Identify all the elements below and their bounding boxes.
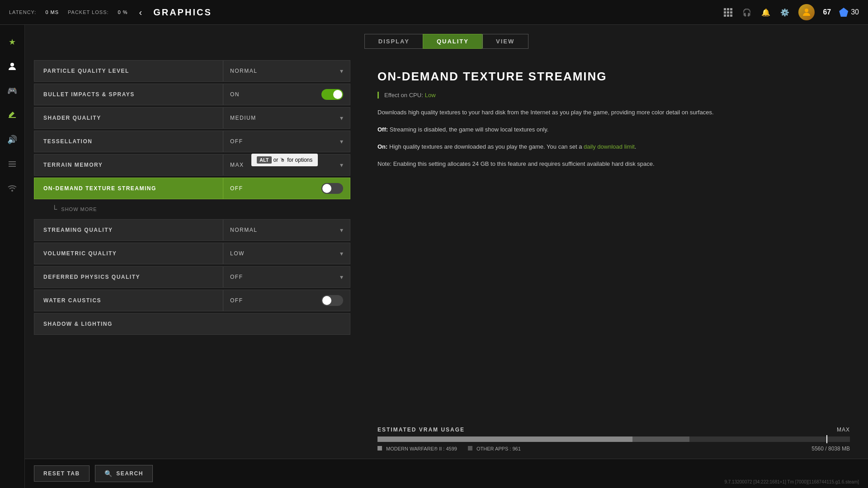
setting-value-text: OFF: [230, 297, 243, 304]
vram-mw-legend: MODERN WARFARE® II : 4599: [377, 446, 457, 451]
vram-other-label: OTHER APPS :: [476, 446, 511, 451]
setting-label: SHADER QUALITY: [34, 115, 223, 121]
search-button[interactable]: 🔍 SEARCH: [95, 465, 153, 482]
notification-icon[interactable]: 🔔: [760, 7, 771, 18]
setting-particle-quality[interactable]: PARTICLE QUALITY LEVEL NORMAL ▾: [34, 60, 350, 82]
vram-bar-mw: [377, 436, 632, 442]
back-button[interactable]: ‹: [137, 5, 145, 20]
settings-icon[interactable]: ⚙️: [779, 7, 790, 18]
setting-on-demand-texture[interactable]: ON-DEMAND TEXTURE STREAMING OFF: [34, 178, 350, 199]
sidebar-icon-star[interactable]: ★: [4, 34, 20, 50]
setting-label: TERRAIN MEMORY: [34, 162, 223, 168]
show-more-row[interactable]: └ SHOW MORE: [34, 201, 350, 217]
setting-label: DEFERRED PHYSICS QUALITY: [34, 274, 223, 280]
dropdown-arrow: ▾: [340, 250, 343, 257]
tooltip-alt-key: ALT: [257, 156, 272, 164]
grid-menu-icon[interactable]: [722, 7, 733, 18]
dropdown-arrow: ▾: [340, 67, 343, 75]
setting-value: LOW ▾: [223, 250, 350, 257]
svg-point-6: [11, 190, 13, 192]
setting-shader-quality[interactable]: SHADER QUALITY MEDIUM ▾: [34, 107, 350, 129]
vram-section: ESTIMATED VRAM USAGE MAX MODERN WARFARE®…: [377, 427, 850, 452]
setting-tessellation[interactable]: TESSELLATION OFF ▾: [34, 131, 350, 152]
info-panel: ON-DEMAND TEXTURE STREAMING Effect on CP…: [359, 56, 868, 488]
reset-tab-label: RESET TAB: [43, 470, 80, 477]
sidebar-icon-controller[interactable]: 🎮: [4, 83, 20, 99]
vram-bar-container: [377, 436, 850, 442]
tab-quality[interactable]: QUALITY: [423, 34, 483, 49]
setting-value: OFF ▾: [223, 273, 350, 281]
setting-label: TESSELLATION: [34, 138, 223, 145]
packet-loss-label: PACKET LOSS:: [68, 9, 108, 15]
tab-display[interactable]: DISPLAY: [364, 34, 424, 49]
reset-tab-button[interactable]: RESET TAB: [34, 465, 90, 482]
setting-value-text: OFF: [230, 185, 243, 192]
vram-usage-text: 5560 / 8038 MB: [811, 446, 850, 452]
tooltip-suffix: for options: [287, 157, 312, 163]
tab-nav: DISPLAY QUALITY VIEW: [25, 25, 868, 56]
sidebar-icon-list[interactable]: [4, 156, 20, 172]
setting-label: PARTICLE QUALITY LEVEL: [34, 68, 223, 74]
vram-header: ESTIMATED VRAM USAGE MAX: [377, 427, 850, 433]
tab-view[interactable]: VIEW: [482, 34, 528, 49]
setting-shadow-lighting[interactable]: SHADOW & LIGHTING: [34, 313, 350, 335]
setting-value-text: OFF: [230, 274, 243, 280]
info-desc-3-prefix: On:: [377, 143, 387, 150]
vram-mw-value: 4599: [446, 446, 457, 451]
cp-icon: [839, 8, 848, 17]
info-desc-3-link[interactable]: daily download limit: [584, 143, 635, 150]
toggle-knob: [322, 184, 331, 193]
avatar[interactable]: [798, 4, 815, 20]
toggle-water-caustics[interactable]: [321, 295, 343, 306]
toggle-on-demand[interactable]: [321, 183, 343, 194]
setting-value-text: MAX: [230, 162, 244, 168]
setting-deferred-physics[interactable]: DEFERRED PHYSICS QUALITY OFF ▾: [34, 266, 350, 288]
toggle-knob: [322, 296, 331, 305]
info-desc-4: Note: Enabling this setting allocates 24…: [377, 159, 850, 169]
packet-loss-value: 0 %: [118, 9, 128, 15]
setting-label: SHADOW & LIGHTING: [34, 321, 350, 327]
info-desc-1: Downloads high quality textures to your …: [377, 108, 850, 117]
setting-streaming-quality[interactable]: STREAMING QUALITY NORMAL ▾: [34, 219, 350, 241]
effect-label: Effect on CPU:: [384, 92, 423, 99]
setting-value-text: NORMAL: [230, 227, 257, 233]
main-content: DISPLAY QUALITY VIEW PARTICLE QUALITY LE…: [25, 25, 868, 488]
tooltip-or: or: [274, 157, 278, 163]
setting-value: NORMAL ▾: [223, 67, 350, 75]
bottom-bar: RESET TAB 🔍 SEARCH 9.7.13200072 [34:222:…: [25, 459, 868, 488]
setting-value: OFF ▾: [223, 138, 350, 145]
toggle-bullet-impacts[interactable]: [321, 89, 343, 100]
setting-label: WATER CAUSTICS: [34, 297, 223, 304]
left-sidebar: ★ 🎮 🔊: [0, 25, 25, 488]
setting-value-text: LOW: [230, 250, 245, 257]
info-desc-2-main: Streaming is disabled, the game will sho…: [388, 126, 548, 133]
latency-info: LATENCY: 0 MS PACKET LOSS: 0 %: [9, 9, 128, 15]
svg-rect-5: [9, 166, 16, 167]
setting-value-text: NORMAL: [230, 68, 257, 74]
setting-value: OFF: [223, 183, 350, 194]
sidebar-icon-person[interactable]: [4, 58, 20, 75]
sidebar-icon-audio[interactable]: 🔊: [4, 131, 20, 148]
dropdown-arrow: ▾: [340, 138, 343, 145]
headset-icon[interactable]: 🎧: [741, 7, 752, 18]
user-level: 67: [823, 8, 831, 16]
setting-value-text: ON: [230, 91, 240, 98]
top-bar-left: LATENCY: 0 MS PACKET LOSS: 0 % ‹ GRAPHIC…: [9, 5, 212, 20]
search-label: SEARCH: [116, 470, 143, 477]
dropdown-arrow: ▾: [340, 226, 343, 234]
vram-marker: [826, 435, 827, 443]
setting-bullet-impacts[interactable]: BULLET IMPACTS & SPRAYS ON: [34, 84, 350, 105]
svg-point-1: [10, 63, 14, 66]
sidebar-icon-edit[interactable]: [4, 107, 20, 123]
search-icon: 🔍: [104, 470, 113, 477]
setting-terrain-memory[interactable]: TERRAIN MEMORY MAX ▾ ALT or 🖱 for option…: [34, 154, 350, 176]
show-more-label: SHOW MORE: [61, 206, 97, 212]
vram-max: MAX: [837, 427, 850, 433]
sidebar-icon-wifi[interactable]: [4, 180, 20, 197]
setting-volumetric-quality[interactable]: VOLUMETRIC QUALITY LOW ▾: [34, 243, 350, 264]
svg-rect-4: [9, 164, 16, 164]
setting-value: OFF: [223, 295, 350, 306]
info-desc-3-main: High quality textures are downloaded as …: [387, 143, 584, 150]
setting-water-caustics[interactable]: WATER CAUSTICS OFF: [34, 290, 350, 311]
content-split: PARTICLE QUALITY LEVEL NORMAL ▾ BULLET I…: [25, 56, 868, 488]
